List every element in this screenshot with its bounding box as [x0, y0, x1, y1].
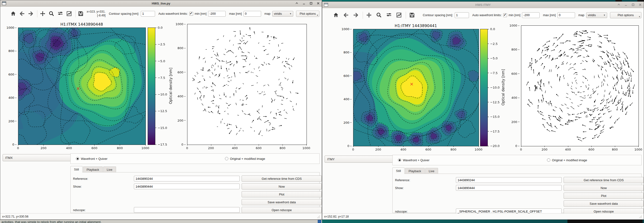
max-input[interactable]	[558, 12, 575, 18]
auto-limits-checkbox[interactable]	[189, 12, 193, 16]
max-input[interactable]	[244, 11, 261, 17]
pan-icon[interactable]	[40, 10, 46, 17]
save-icon[interactable]	[78, 10, 84, 17]
minimize-icon[interactable]	[302, 2, 306, 5]
tick-label: 200	[344, 121, 349, 124]
auto-limits-label: Auto wavefront limits:	[158, 12, 188, 15]
now-button[interactable]: Now	[242, 183, 322, 190]
resize-grip-icon[interactable]	[316, 215, 320, 218]
maximize-icon[interactable]	[310, 2, 313, 5]
close-icon[interactable]	[638, 3, 642, 6]
show-input[interactable]	[456, 185, 562, 191]
plot-button[interactable]: Plot	[242, 191, 322, 197]
contour-spacing-input[interactable]	[455, 12, 469, 18]
shade-icon[interactable]	[617, 3, 620, 6]
plot-options-button[interactable]: Plot options▼	[296, 11, 320, 17]
map-select[interactable]: viridis ▼	[586, 12, 607, 18]
maximize-icon[interactable]	[632, 3, 635, 6]
reference-input[interactable]	[456, 177, 562, 183]
contour-plot[interactable]	[18, 27, 146, 145]
tick-label: 1000	[141, 146, 149, 150]
mode-tabs: Still Playback Live	[392, 168, 438, 174]
quiver-plot[interactable]	[521, 25, 639, 146]
close-icon[interactable]	[316, 2, 320, 5]
resize-grip-icon[interactable]	[638, 215, 642, 218]
radio-original-modified[interactable]: Original + modified image	[225, 157, 265, 161]
background-log-line: activities, that was simple to relock fr…	[0, 220, 322, 223]
back-icon[interactable]	[19, 10, 25, 17]
plot-options-button[interactable]: Plot options▼	[610, 12, 642, 18]
sliders-icon[interactable]	[57, 10, 63, 17]
min-label: min [nm]	[508, 13, 520, 17]
radio-wavefront-quiver[interactable]: Wavefront + Quiver	[398, 158, 430, 162]
tab-playback[interactable]: Playback	[405, 168, 425, 174]
forward-icon[interactable]	[28, 10, 34, 17]
auto-limits-checkbox[interactable]	[503, 13, 507, 17]
tick-label: 1000	[342, 27, 349, 31]
quiver-plot[interactable]	[187, 24, 307, 145]
tab-live[interactable]: Live	[103, 167, 116, 172]
pan-icon[interactable]	[365, 12, 372, 19]
plot-button[interactable]: Plot	[564, 193, 644, 199]
zoom-icon[interactable]	[48, 10, 54, 17]
minimize-icon[interactable]	[624, 3, 628, 6]
optic-select[interactable]: ITMX ▼	[2, 154, 79, 161]
tab-live[interactable]: Live	[425, 168, 438, 174]
min-input[interactable]	[522, 12, 540, 18]
tick-label: 400	[178, 95, 183, 98]
desktop-bottom-strip: activities, that was simple to relock fr…	[0, 220, 644, 223]
shade-icon[interactable]	[295, 2, 298, 5]
ndscope-input[interactable]	[134, 207, 240, 213]
tick-label: 200	[41, 146, 46, 150]
titlebar[interactable]: HWS_live.py	[0, 0, 322, 7]
get-reference-button[interactable]: Get reference time from CDS	[242, 176, 322, 182]
plot-edit-icon[interactable]	[395, 12, 402, 19]
tick-label: −15.0	[158, 126, 167, 129]
colorbar	[148, 27, 155, 145]
save-icon[interactable]	[408, 12, 416, 19]
tick-label: 800	[450, 148, 456, 151]
reference-input[interactable]	[134, 176, 240, 182]
contour-spacing-input[interactable]	[141, 11, 155, 17]
zoom-icon[interactable]	[375, 12, 382, 19]
tick-label: 800	[612, 148, 618, 151]
tick-label: 800	[8, 49, 14, 53]
contour-x-axis: 02004006008001000	[353, 148, 478, 152]
home-icon[interactable]	[332, 12, 339, 19]
radio-wavefront-quiver[interactable]: Wavefront + Quiver	[76, 157, 108, 161]
now-button[interactable]: Now	[564, 185, 644, 191]
tick-label: 200	[8, 119, 14, 123]
forward-icon[interactable]	[352, 12, 359, 19]
plot-edit-icon[interactable]	[66, 10, 72, 17]
save-wavefront-button[interactable]: Save wavefront data	[242, 199, 322, 205]
optic-select[interactable]: ITMY ▼	[324, 156, 401, 163]
tab-still[interactable]: Still	[392, 167, 404, 174]
min-input[interactable]	[208, 11, 226, 17]
radio-original-modified[interactable]: Original + modified image	[547, 158, 587, 162]
tick-label: 400	[8, 96, 14, 99]
tab-still[interactable]: Still	[70, 166, 82, 172]
titlebar[interactable]: HWS ITMY	[322, 2, 644, 8]
get-reference-button[interactable]: Get reference time from CDS	[564, 177, 644, 183]
contour-plot[interactable]	[353, 29, 479, 146]
tab-playback[interactable]: Playback	[83, 167, 103, 172]
show-input[interactable]	[134, 184, 240, 189]
min-label: min [nm]	[194, 12, 206, 15]
tick-label: 1000	[6, 26, 14, 29]
tick-label: 200	[511, 120, 517, 124]
back-icon[interactable]	[342, 12, 349, 19]
chevron-down-icon: ▼	[316, 14, 318, 16]
home-icon[interactable]	[10, 10, 16, 17]
window-hws-itmy: HWS ITMY Contour spacing [nm]:	[322, 1, 644, 220]
desktop: HWS_live.py x=323. y=331.[-8.49] Contour…	[0, 0, 644, 223]
open-ndscope-button[interactable]: Open ndscope	[242, 207, 322, 213]
tick-label: −12.5	[490, 100, 500, 104]
tick-label: 200	[542, 148, 548, 151]
toolbar-separator	[363, 12, 363, 19]
tick-label: 0	[12, 143, 14, 146]
save-wavefront-button[interactable]: Save wavefront data	[564, 201, 644, 207]
map-select[interactable]: viridis ▼	[272, 11, 293, 17]
tick-label: 0	[348, 144, 349, 148]
still-tab-panel: Reference: Get reference time from CDS S…	[392, 174, 642, 213]
sliders-icon[interactable]	[385, 12, 392, 19]
